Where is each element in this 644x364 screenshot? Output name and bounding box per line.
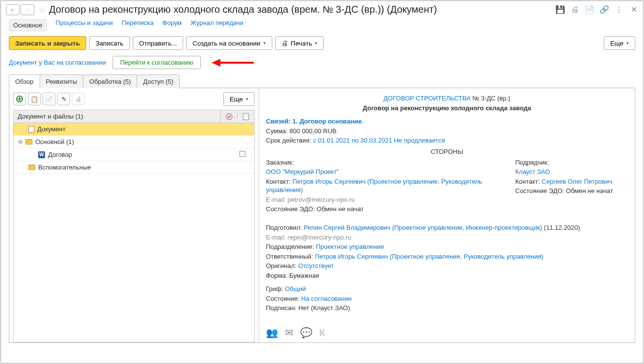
prepared-label: Подготовил:: [266, 224, 302, 231]
signed-label: Подписан:: [266, 304, 297, 312]
grif-link[interactable]: Общий: [285, 285, 306, 292]
orig-link[interactable]: Отсутствует: [298, 262, 334, 269]
state-label: Состояние:: [266, 295, 299, 302]
dept-label: Подразделение:: [266, 243, 314, 250]
toolbar-more-button[interactable]: Еще▾: [604, 36, 635, 50]
email-label2: E-mail:: [266, 234, 286, 241]
doc-icon: [28, 126, 34, 133]
edit-button[interactable]: ✎: [57, 93, 70, 105]
at-icon[interactable]: ✉: [285, 327, 293, 339]
tab-processing[interactable]: Обработка (5): [83, 74, 137, 88]
tree-label: Основной (1): [35, 138, 74, 146]
users-icon[interactable]: 👥: [266, 327, 278, 339]
chevron-down-icon: ▾: [246, 97, 248, 101]
clipboard-button[interactable]: 📋: [28, 93, 41, 105]
resp-link[interactable]: Петров Игорь Сергеевич (Проектное управл…: [315, 253, 543, 260]
nav-forward-button[interactable]: →: [21, 4, 34, 15]
save-icon[interactable]: 💾: [556, 5, 565, 14]
folder-icon: [25, 139, 32, 145]
word-icon: W: [38, 151, 45, 158]
save-close-button[interactable]: Записать и закрыть: [9, 36, 86, 50]
add-button[interactable]: [13, 93, 26, 105]
edo-label: Состояние ЭДО:: [266, 205, 315, 213]
doc-number: № 3-ДС (вр.): [473, 95, 510, 102]
col-signed-icon: [221, 111, 238, 122]
approval-status-text[interactable]: Документ у Вас на согласовании: [9, 59, 106, 66]
preview-icon[interactable]: 📄: [585, 5, 594, 14]
tree-row-main-folder[interactable]: ⊖Основной (1): [14, 136, 254, 148]
navtab-correspondence[interactable]: Переписка: [122, 19, 154, 31]
navtab-forum[interactable]: Форум: [163, 19, 182, 31]
tree-label: Документ: [37, 125, 66, 133]
left-more-label: Еще: [230, 96, 243, 103]
k-icon[interactable]: К: [319, 327, 325, 339]
tree-row-document[interactable]: Документ: [14, 123, 254, 136]
tree-label: Вспомогательные: [38, 164, 91, 171]
nav-back-button[interactable]: ←: [6, 4, 20, 15]
doc-name: Договор на реконструкцию холодного склад…: [363, 104, 531, 112]
period-label: Срок действия:: [266, 137, 311, 144]
navtab-main[interactable]: Основное: [9, 19, 47, 31]
dept-link[interactable]: Проектное управление: [316, 243, 384, 250]
period-link[interactable]: с 01.01.2021 по 30.03.2021 Не продлевает…: [313, 137, 445, 144]
print-label: Печать: [291, 40, 312, 47]
contractor-contact-link[interactable]: Сергеев Олег Петрович: [542, 178, 612, 185]
print-icon[interactable]: 🖨: [571, 5, 579, 14]
doc-type-link[interactable]: ДОГОВОР СТРОИТЕЛЬСТВА: [383, 95, 471, 102]
grif-label: Гриф:: [266, 285, 283, 292]
tree-label: Договор: [48, 151, 72, 158]
links-link[interactable]: Связей: 1. Договор основание.: [266, 118, 363, 125]
tab-props[interactable]: Реквизиты: [40, 74, 84, 88]
email-label: E-mail:: [266, 196, 286, 203]
sum-label: Сумма:: [266, 127, 287, 135]
more-label: Еще: [610, 40, 623, 47]
window-title: Договор на реконструкцию холодного склад…: [49, 4, 437, 15]
files-header: Документ и файлы (1): [14, 110, 221, 122]
chat-icon[interactable]: 💬: [300, 327, 312, 339]
create-based-button[interactable]: Создать на основании▾: [186, 36, 272, 50]
chevron-down-icon: ▾: [315, 41, 317, 46]
customer-label: Заказчик:: [266, 159, 294, 166]
signed-value: Нет (Клауст ЗАО): [298, 304, 350, 312]
edo-label2: Состояние ЭДО:: [515, 187, 564, 194]
state-link[interactable]: На согласовании: [301, 295, 352, 302]
scan-button[interactable]: 🖨: [72, 93, 85, 105]
navtab-transferlog[interactable]: Журнал передачи: [191, 19, 243, 31]
folder-icon: [28, 165, 35, 170]
tree-row-aux-folder[interactable]: Вспомогательные: [14, 161, 254, 174]
left-more-button[interactable]: Еще▾: [223, 92, 255, 106]
create-based-label: Создать на основании: [192, 40, 260, 47]
tab-access[interactable]: Доступ (5): [137, 74, 180, 88]
tree-row-contract-file[interactable]: WДоговор: [14, 148, 254, 161]
print-button[interactable]: 🖨Печать▾: [275, 36, 324, 50]
link-icon[interactable]: 🔗: [600, 5, 609, 14]
edo-value2: Обмен не начат: [566, 187, 613, 194]
goto-approval-button[interactable]: Перейти к согласованию: [113, 56, 201, 69]
prepared-email: repin@mercury-npo.ru: [287, 234, 351, 241]
collapse-icon[interactable]: ⊖: [18, 139, 23, 145]
form-label: Форма:: [266, 272, 287, 279]
prepared-link[interactable]: Репин Сергей Владимирович (Проектное упр…: [304, 224, 542, 231]
prepared-date: (11.12.2020): [544, 224, 580, 231]
attention-arrow-icon: [208, 59, 257, 67]
sides-heading: СТОРОНЫ: [266, 148, 628, 155]
kebab-menu-icon[interactable]: ⋮: [615, 5, 623, 14]
save-button[interactable]: Записать: [89, 36, 130, 50]
send-button[interactable]: Отправить...: [133, 36, 183, 50]
customer-contact-link[interactable]: Петров Игорь Сергеевич (Проектное управл…: [266, 178, 482, 194]
orig-label: Оригинал:: [266, 262, 296, 269]
col-doc-icon: [238, 111, 254, 122]
sum-value: 800 000,00 RUB: [289, 127, 336, 135]
customer-email: petrov@mercury-npo.ru: [287, 196, 355, 203]
tab-overview[interactable]: Обзор: [9, 74, 40, 88]
navtab-processes[interactable]: Процессы и задачи: [56, 19, 113, 31]
favorite-star-icon[interactable]: ☆: [38, 4, 46, 15]
contact-label: Контакт:: [266, 178, 290, 185]
contractor-link[interactable]: Клауст ЗАО: [515, 168, 550, 175]
printer-icon: 🖨: [282, 40, 288, 47]
checkbox[interactable]: [239, 151, 245, 157]
contact-label2: Контакт:: [515, 178, 540, 185]
close-icon[interactable]: ✕: [629, 5, 638, 14]
new-doc-button[interactable]: 📄: [43, 93, 55, 105]
customer-link[interactable]: ООО "Меркурий Проект": [266, 168, 339, 175]
